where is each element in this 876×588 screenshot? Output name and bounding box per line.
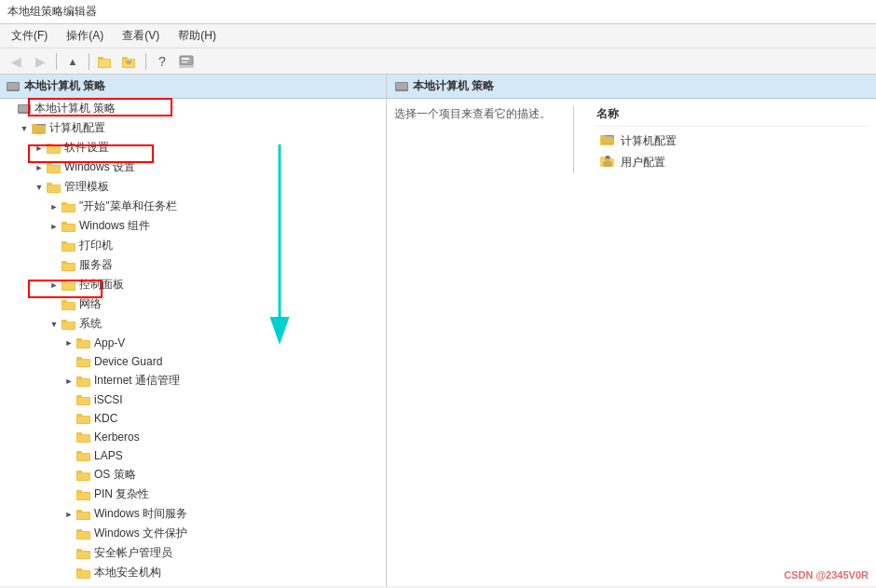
menu-help[interactable]: 帮助(H) <box>174 26 220 46</box>
tree-node-windows-settings[interactable]: ► Windows 设置 <box>0 157 386 177</box>
tree-node-local-security[interactable]: 本地安全机构 <box>0 563 386 582</box>
right-label-1: 用户配置 <box>621 155 665 171</box>
help-button[interactable]: ? <box>152 51 172 72</box>
tree-node-windows-file[interactable]: Windows 文件保护 <box>0 524 386 543</box>
menu-view[interactable]: 查看(V) <box>118 26 163 46</box>
tree-header-icon <box>6 80 21 93</box>
right-item-1[interactable]: 用户配置 <box>596 152 869 173</box>
toggle-software[interactable]: ► <box>34 143 45 154</box>
tree-node-computer[interactable]: ▼ 计算机配置 <box>0 118 386 138</box>
properties-button[interactable] <box>176 51 197 72</box>
label-printer: 打印机 <box>79 238 113 253</box>
toggle-placeholder-kdc <box>63 413 75 424</box>
svg-rect-35 <box>62 225 75 231</box>
tree-node-os-policy[interactable]: OS 策略 <box>0 465 386 485</box>
tree-node-kerberos[interactable]: Kerberos <box>0 428 386 446</box>
tree-header: 本地计算机 策略 <box>0 75 386 99</box>
toggle-windows-settings[interactable]: ► <box>34 162 45 173</box>
toolbar: ◀ ▶ ▲ ? <box>0 48 876 75</box>
toggle-windows-time[interactable]: ► <box>63 509 75 520</box>
tree-node-laps[interactable]: LAPS <box>0 446 386 465</box>
right-col-header: 名称 <box>596 106 869 127</box>
tree-node-appv[interactable]: ► App-V <box>0 334 386 352</box>
tree-node-internet-comm[interactable]: ► Internet 通信管理 <box>0 371 386 390</box>
label-windows-comp: Windows 组件 <box>79 218 150 234</box>
right-icon-0 <box>600 133 615 149</box>
icon-iscsi <box>76 392 91 407</box>
tree-node-control-panel[interactable]: ► 控制面板 <box>0 275 386 294</box>
label-windows-file: Windows 文件保护 <box>94 526 187 541</box>
menu-file[interactable]: 文件(F) <box>7 26 51 46</box>
svg-rect-89 <box>77 571 89 578</box>
menu-action[interactable]: 操作(A) <box>62 26 107 46</box>
icon-kdc <box>76 411 91 426</box>
icon-device-guard <box>76 354 91 369</box>
label-laps: LAPS <box>94 449 123 462</box>
label-server: 服务器 <box>79 257 113 273</box>
toggle-windows-comp[interactable]: ► <box>48 221 60 232</box>
svg-rect-70 <box>76 451 82 454</box>
label-appv: App-V <box>94 336 125 349</box>
forward-button[interactable]: ▶ <box>30 51 50 72</box>
tree-node-start-menu[interactable]: ► "开始"菜单和任务栏 <box>0 197 386 216</box>
toggle-computer[interactable]: ▼ <box>19 123 30 134</box>
svg-rect-55 <box>76 357 82 360</box>
icon-windows-settings <box>47 160 62 175</box>
tree-node-windows-time[interactable]: ► Windows 时间服务 <box>0 504 386 524</box>
toggle-control-panel[interactable]: ► <box>48 280 60 291</box>
svg-rect-32 <box>62 205 75 212</box>
tree-node-windows-comp[interactable]: ► Windows 组件 <box>0 216 386 236</box>
tree-node-kdc[interactable]: KDC <box>0 409 386 428</box>
show-filter-button[interactable] <box>119 51 140 72</box>
svg-rect-107 <box>600 158 614 167</box>
svg-rect-61 <box>76 395 82 398</box>
svg-rect-43 <box>62 280 67 283</box>
tree-node-server[interactable]: 服务器 <box>0 255 386 275</box>
label-windows-time: Windows 时间服务 <box>94 506 187 522</box>
tree-node-iscsi[interactable]: iSCSI <box>0 390 386 409</box>
icon-root <box>17 102 32 116</box>
tree-node-system[interactable]: ▼ 系统 <box>0 314 386 334</box>
title-bar: 本地组策略编辑器 <box>0 0 876 24</box>
svg-rect-83 <box>77 532 89 539</box>
tree-container: 本地计算机 策略▼ 计算机配置► 软件设置► Windows 设置▼ 管理模板►… <box>0 99 386 586</box>
svg-rect-26 <box>48 166 60 172</box>
svg-rect-1 <box>98 57 103 60</box>
tree-node-printer[interactable]: 打印机 <box>0 236 386 255</box>
tree-node-software[interactable]: ► 软件设置 <box>0 138 386 157</box>
icon-computer <box>32 121 47 136</box>
label-network: 网络 <box>79 296 102 312</box>
toggle-system[interactable]: ▼ <box>48 319 60 330</box>
icon-account-manager <box>76 546 91 561</box>
toggle-start-menu[interactable]: ► <box>48 201 60 212</box>
show-standard-button[interactable] <box>95 51 116 72</box>
tree-node-root[interactable]: 本地计算机 策略 <box>0 99 386 118</box>
right-header-icon <box>394 80 409 93</box>
left-panel: 本地计算机 策略 本地计算机 策略▼ 计算机配置► 软件设置► Windows … <box>0 75 387 586</box>
toggle-placeholder-windows-file <box>63 528 75 540</box>
back-button[interactable]: ◀ <box>6 51 26 72</box>
label-start-menu: "开始"菜单和任务栏 <box>79 198 177 214</box>
toolbar-separator-3 <box>145 53 146 70</box>
label-iscsi: iSCSI <box>94 393 123 406</box>
tree-node-network[interactable]: 网络 <box>0 294 386 314</box>
window: 本地组策略编辑器 文件(F) 操作(A) 查看(V) 帮助(H) ◀ ▶ ▲ <box>0 0 876 588</box>
svg-rect-2 <box>99 60 110 67</box>
tree-node-device-guard[interactable]: Device Guard <box>0 352 386 371</box>
toggle-placeholder-local-security <box>63 567 75 579</box>
toggle-admin-templates[interactable]: ▼ <box>34 182 45 193</box>
right-item-0[interactable]: 计算机配置 <box>596 130 869 152</box>
tree-node-account-manager[interactable]: 安全帐户管理员 <box>0 543 386 563</box>
tree-node-admin-templates[interactable]: ▼ 管理模板 <box>0 177 386 197</box>
svg-rect-8 <box>180 56 193 65</box>
up-button[interactable]: ▲ <box>62 51 83 72</box>
right-label-0: 计算机配置 <box>621 133 677 149</box>
svg-rect-10 <box>182 62 187 62</box>
toggle-internet-comm[interactable]: ► <box>63 376 75 387</box>
icon-windows-comp <box>62 219 76 234</box>
label-kerberos: Kerberos <box>94 431 140 444</box>
tree-node-disk-quota[interactable]: 磁盘配额 <box>0 582 386 586</box>
toggle-appv[interactable]: ► <box>63 337 75 349</box>
tree-node-pin-complexity[interactable]: PIN 复杂性 <box>0 485 386 504</box>
svg-rect-31 <box>62 202 67 205</box>
